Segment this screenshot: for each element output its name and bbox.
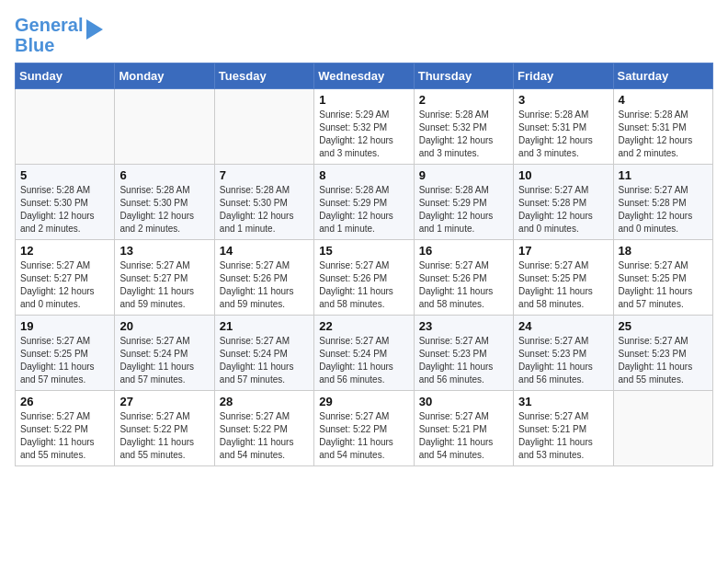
cell-info-text: and 56 minutes. [319,373,408,386]
cell-info-text: Sunrise: 5:27 AM [119,259,209,272]
calendar-cell: 1Sunrise: 5:29 AMSunset: 5:32 PMDaylight… [314,89,414,165]
weekday-header-cell: Friday [514,63,613,89]
weekday-header-cell: Sunday [16,63,115,89]
calendar-cell: 20Sunrise: 5:27 AMSunset: 5:24 PMDayligh… [115,316,214,391]
cell-info-text: and 2 minutes. [119,223,209,236]
cell-info-text: Sunset: 5:29 PM [419,197,508,210]
day-number: 26 [20,395,109,408]
cell-info-text: and 55 minutes. [119,449,209,462]
cell-info-text: Daylight: 11 hours [518,436,608,449]
cell-info-text: Sunrise: 5:27 AM [619,184,708,197]
logo: GeneralBlue [15,15,103,55]
cell-info-text: and 2 minutes. [20,223,109,236]
cell-info-text: Daylight: 11 hours [319,436,408,449]
cell-info-text: Sunset: 5:25 PM [619,272,708,285]
calendar-cell: 2Sunrise: 5:28 AMSunset: 5:32 PMDaylight… [414,89,513,165]
calendar-cell: 30Sunrise: 5:27 AMSunset: 5:21 PMDayligh… [414,391,513,466]
cell-info-text: Daylight: 11 hours [220,361,309,373]
cell-info-text: Daylight: 11 hours [20,436,109,449]
cell-info-text: Sunset: 5:32 PM [419,121,508,134]
cell-info-text: and 0 minutes. [518,223,608,236]
day-number: 16 [419,244,508,258]
calendar-cell: 9Sunrise: 5:28 AMSunset: 5:29 PMDaylight… [414,165,513,240]
cell-info-text: Sunrise: 5:28 AM [220,184,309,197]
page-header: GeneralBlue [15,15,713,55]
calendar-cell: 4Sunrise: 5:28 AMSunset: 5:31 PMDaylight… [613,89,712,165]
day-number: 3 [518,93,608,107]
cell-info-text: Sunset: 5:21 PM [518,423,608,436]
calendar-cell: 11Sunrise: 5:27 AMSunset: 5:28 PMDayligh… [613,165,712,240]
day-number: 9 [419,168,508,182]
cell-info-text: and 58 minutes. [518,298,608,311]
calendar-cell: 22Sunrise: 5:27 AMSunset: 5:24 PMDayligh… [314,316,414,391]
cell-info-text: Daylight: 11 hours [419,361,508,373]
svg-marker-0 [86,19,103,40]
cell-info-text: Daylight: 11 hours [319,361,408,373]
calendar-cell: 21Sunrise: 5:27 AMSunset: 5:24 PMDayligh… [214,316,313,391]
cell-info-text: Sunrise: 5:27 AM [119,410,209,423]
cell-info-text: Sunset: 5:31 PM [619,121,708,134]
cell-info-text: and 3 minutes. [319,147,408,160]
cell-info-text: Daylight: 12 hours [518,210,608,223]
cell-info-text: Sunrise: 5:29 AM [319,109,408,121]
calendar-week-row: 1Sunrise: 5:29 AMSunset: 5:32 PMDaylight… [16,89,713,165]
weekday-header-cell: Wednesday [314,63,414,89]
cell-info-text: Daylight: 11 hours [518,285,608,298]
cell-info-text: Daylight: 11 hours [119,361,209,373]
cell-info-text: Daylight: 11 hours [220,285,309,298]
calendar-cell: 7Sunrise: 5:28 AMSunset: 5:30 PMDaylight… [214,165,313,240]
cell-info-text: Daylight: 11 hours [419,285,508,298]
calendar-cell: 23Sunrise: 5:27 AMSunset: 5:23 PMDayligh… [414,316,513,391]
cell-info-text: and 58 minutes. [419,298,508,311]
cell-info-text: Daylight: 12 hours [419,210,508,223]
cell-info-text: Sunset: 5:23 PM [619,348,708,361]
cell-info-text: Sunrise: 5:27 AM [419,410,508,423]
cell-info-text: Daylight: 11 hours [119,436,209,449]
calendar-week-row: 12Sunrise: 5:27 AMSunset: 5:27 PMDayligh… [16,240,713,316]
cell-info-text: Sunrise: 5:28 AM [419,184,508,197]
cell-info-text: Sunrise: 5:27 AM [319,335,408,348]
weekday-header-cell: Saturday [613,63,712,89]
cell-info-text: Sunrise: 5:27 AM [319,410,408,423]
cell-info-text: Sunrise: 5:27 AM [419,259,508,272]
cell-info-text: and 0 minutes. [619,223,708,236]
cell-info-text: Sunrise: 5:28 AM [619,109,708,121]
calendar-cell: 5Sunrise: 5:28 AMSunset: 5:30 PMDaylight… [16,165,115,240]
day-number: 13 [119,244,209,258]
calendar-cell: 27Sunrise: 5:27 AMSunset: 5:22 PMDayligh… [115,391,214,466]
cell-info-text: and 53 minutes. [518,449,608,462]
calendar-cell: 18Sunrise: 5:27 AMSunset: 5:25 PMDayligh… [613,240,712,316]
cell-info-text: Sunset: 5:28 PM [619,197,708,210]
cell-info-text: and 1 minute. [220,223,309,236]
calendar-cell: 25Sunrise: 5:27 AMSunset: 5:23 PMDayligh… [613,316,712,391]
calendar-table: SundayMondayTuesdayWednesdayThursdayFrid… [15,63,713,466]
calendar-cell: 24Sunrise: 5:27 AMSunset: 5:23 PMDayligh… [514,316,613,391]
day-number: 14 [220,244,309,258]
cell-info-text: Daylight: 11 hours [319,285,408,298]
cell-info-text: Sunset: 5:23 PM [518,348,608,361]
calendar-cell: 14Sunrise: 5:27 AMSunset: 5:26 PMDayligh… [214,240,313,316]
day-number: 30 [419,395,508,408]
cell-info-text: and 57 minutes. [20,373,109,386]
weekday-header-cell: Monday [115,63,214,89]
calendar-cell: 13Sunrise: 5:27 AMSunset: 5:27 PMDayligh… [115,240,214,316]
day-number: 18 [619,244,708,258]
calendar-header-row: SundayMondayTuesdayWednesdayThursdayFrid… [16,63,713,89]
cell-info-text: Daylight: 12 hours [220,210,309,223]
cell-info-text: Daylight: 12 hours [518,134,608,147]
calendar-cell: 31Sunrise: 5:27 AMSunset: 5:21 PMDayligh… [514,391,613,466]
cell-info-text: Sunrise: 5:27 AM [20,410,109,423]
cell-info-text: Daylight: 11 hours [20,361,109,373]
day-number: 27 [119,395,209,408]
cell-info-text: Daylight: 12 hours [319,134,408,147]
cell-info-text: and 0 minutes. [20,298,109,311]
cell-info-text: and 59 minutes. [119,298,209,311]
calendar-cell: 10Sunrise: 5:27 AMSunset: 5:28 PMDayligh… [514,165,613,240]
cell-info-text: Sunrise: 5:27 AM [518,410,608,423]
cell-info-text: Daylight: 11 hours [619,285,708,298]
cell-info-text: Sunrise: 5:27 AM [419,335,508,348]
day-number: 12 [20,244,109,258]
cell-info-text: Sunset: 5:26 PM [319,272,408,285]
cell-info-text: Daylight: 11 hours [220,436,309,449]
cell-info-text: Sunset: 5:27 PM [119,272,209,285]
